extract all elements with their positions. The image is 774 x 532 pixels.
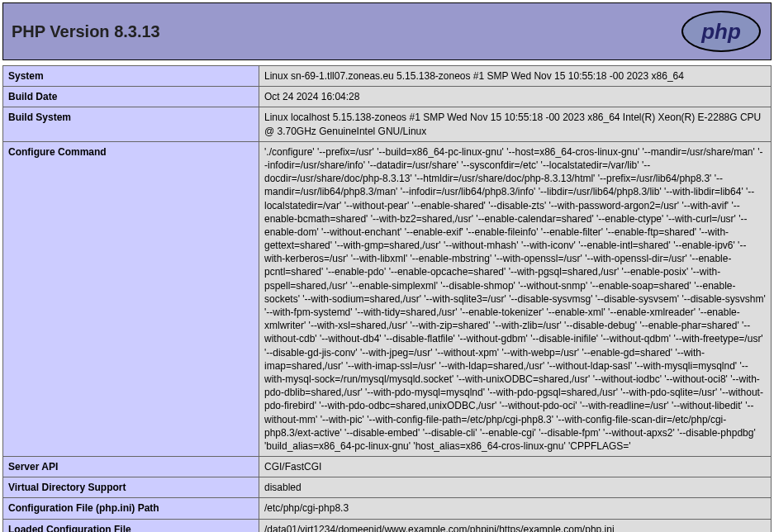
value-build-system: Linux localhost 5.15.138-zoneos #1 SMP W… [259,107,772,141]
row-build-date: Build Date Oct 24 2024 16:04:28 [3,87,772,107]
row-build-system: Build System Linux localhost 5.15.138-zo… [3,107,772,141]
value-system: Linux sn-69-1.tll07.zoneas.eu 5.15.138-z… [259,66,772,87]
label-server-api: Server API [3,457,259,477]
label-build-date: Build Date [3,87,259,107]
row-server-api: Server API CGI/FastCGI [3,457,772,477]
value-config-file-path: /etc/php/cgi-php8.3 [259,498,772,519]
page-header: PHP Version 8.3.13 php [2,2,772,60]
row-virtual-directory-support: Virtual Directory Support disabled [3,477,772,498]
value-configure-command: './configure' '--prefix=/usr' '--build=x… [259,141,772,456]
value-build-date: Oct 24 2024 16:04:28 [259,87,772,107]
value-virtual-directory-support: disabled [259,477,772,498]
row-system: System Linux sn-69-1.tll07.zoneas.eu 5.1… [3,66,772,87]
page-title: PHP Version 8.3.13 [12,22,160,41]
value-loaded-config-file: /data01/virt1234/domeenid/www.example.co… [259,519,772,532]
row-loaded-config-file: Loaded Configuration File /data01/virt12… [3,519,772,532]
row-config-file-path: Configuration File (php.ini) Path /etc/p… [3,498,772,519]
label-build-system: Build System [3,107,259,141]
phpinfo-table: System Linux sn-69-1.tll07.zoneas.eu 5.1… [2,65,772,532]
label-loaded-config-file: Loaded Configuration File [3,519,259,532]
label-configure-command: Configure Command [3,141,259,456]
label-virtual-directory-support: Virtual Directory Support [3,477,259,498]
label-system: System [3,66,259,87]
svg-text:php: php [700,19,741,44]
php-logo-icon: php [680,10,762,53]
row-configure-command: Configure Command './configure' '--prefi… [3,141,772,456]
label-config-file-path: Configuration File (php.ini) Path [3,498,259,519]
value-server-api: CGI/FastCGI [259,457,772,477]
